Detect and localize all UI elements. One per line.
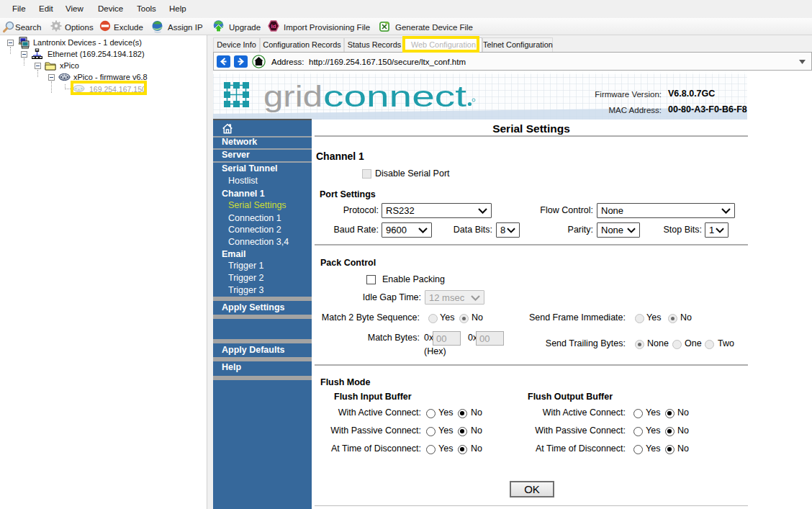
svg-text:Id: Id bbox=[271, 23, 276, 30]
